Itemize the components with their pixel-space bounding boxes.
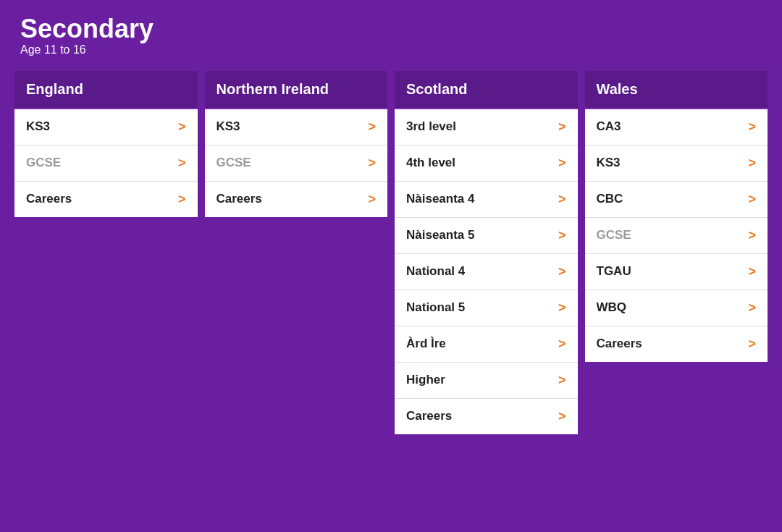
menu-item-wales-2[interactable]: CBC>: [585, 182, 768, 218]
menu-item-label: CBC: [597, 192, 623, 206]
menu-item-label: Careers: [597, 337, 642, 351]
column-header-england: England: [14, 71, 198, 109]
menu-item-arrow: >: [558, 337, 566, 352]
menu-item-label: CA3: [597, 119, 621, 134]
menu-item-scotland-1[interactable]: 4th level>: [395, 145, 578, 182]
menu-item-scotland-8[interactable]: Careers>: [395, 399, 578, 434]
menu-item-label: National 4: [406, 264, 465, 279]
menu-item-arrow: >: [558, 300, 566, 316]
menu-item-wales-1[interactable]: KS3>: [585, 145, 768, 182]
menu-item-england-1[interactable]: GCSE>: [14, 145, 198, 182]
menu-item-arrow: >: [558, 119, 566, 135]
menu-item-arrow: >: [368, 192, 376, 207]
menu-item-arrow: >: [558, 192, 566, 207]
menu-item-scotland-4[interactable]: National 4>: [395, 254, 578, 290]
menu-item-label: Careers: [216, 192, 262, 206]
menu-item-northern-ireland-2[interactable]: Careers>: [205, 182, 388, 217]
menu-item-label: Higher: [406, 373, 445, 387]
menu-item-label: GCSE: [216, 156, 251, 170]
menu-item-england-2[interactable]: Careers>: [14, 182, 198, 217]
menu-item-label: GCSE: [26, 156, 61, 170]
column-header-northern-ireland: Northern Ireland: [205, 71, 388, 109]
menu-item-arrow: >: [748, 119, 756, 135]
menu-item-scotland-5[interactable]: National 5>: [395, 290, 578, 326]
menu-item-arrow: >: [558, 409, 566, 424]
menu-item-label: TGAU: [597, 264, 631, 279]
menu-item-arrow: >: [368, 156, 376, 171]
menu-item-label: KS3: [216, 119, 240, 134]
menu-item-arrow: >: [558, 228, 566, 243]
menu-item-label: 3rd level: [406, 119, 456, 134]
menu-item-scotland-2[interactable]: Nàiseanta 4>: [395, 182, 578, 218]
menu-item-wales-4[interactable]: TGAU>: [585, 254, 768, 290]
menu-item-arrow: >: [748, 156, 756, 171]
menu-item-label: KS3: [26, 119, 50, 134]
menu-item-arrow: >: [748, 300, 756, 316]
column-northern-ireland: Northern IrelandKS3>GCSE>Careers>: [205, 71, 388, 217]
menu-item-england-0[interactable]: KS3>: [14, 109, 198, 145]
menu-item-scotland-7[interactable]: Higher>: [395, 363, 578, 399]
page-subtitle: Age 11 to 16: [20, 43, 768, 56]
menu-item-label: Careers: [406, 409, 452, 423]
menu-item-label: Àrd Ìre: [406, 337, 446, 351]
menu-item-arrow: >: [748, 228, 756, 243]
menu-item-wales-3[interactable]: GCSE>: [585, 218, 768, 254]
menu-item-wales-0[interactable]: CA3>: [585, 109, 768, 145]
page-title: Secondary: [20, 14, 768, 43]
menu-item-arrow: >: [748, 337, 756, 352]
menu-item-arrow: >: [558, 264, 566, 279]
menu-item-label: Nàiseanta 5: [406, 228, 475, 242]
menu-item-label: WBQ: [597, 300, 627, 315]
menu-item-label: Nàiseanta 4: [406, 192, 475, 206]
menu-item-scotland-6[interactable]: Àrd Ìre>: [395, 326, 578, 363]
menu-item-wales-6[interactable]: Careers>: [585, 326, 768, 362]
menu-item-arrow: >: [558, 373, 566, 388]
menu-item-label: National 5: [406, 300, 465, 315]
header: Secondary Age 11 to 16: [14, 14, 768, 56]
menu-item-arrow: >: [558, 156, 566, 171]
menu-item-northern-ireland-0[interactable]: KS3>: [205, 109, 388, 145]
columns-container: EnglandKS3>GCSE>Careers>Northern Ireland…: [14, 71, 768, 434]
column-header-scotland: Scotland: [395, 71, 578, 109]
column-scotland: Scotland3rd level>4th level>Nàiseanta 4>…: [395, 71, 578, 434]
menu-item-northern-ireland-1[interactable]: GCSE>: [205, 145, 388, 182]
column-header-wales: Wales: [585, 71, 768, 109]
menu-item-scotland-3[interactable]: Nàiseanta 5>: [395, 218, 578, 254]
menu-item-arrow: >: [748, 192, 756, 207]
menu-item-arrow: >: [178, 192, 186, 207]
menu-item-arrow: >: [368, 119, 376, 135]
menu-item-label: 4th level: [406, 156, 455, 170]
column-wales: WalesCA3>KS3>CBC>GCSE>TGAU>WBQ>Careers>: [585, 71, 768, 362]
menu-item-label: KS3: [597, 156, 621, 170]
column-england: EnglandKS3>GCSE>Careers>: [14, 71, 198, 217]
menu-item-arrow: >: [178, 156, 186, 171]
menu-item-arrow: >: [178, 119, 186, 135]
menu-item-label: GCSE: [597, 228, 631, 242]
menu-item-wales-5[interactable]: WBQ>: [585, 290, 768, 326]
menu-item-scotland-0[interactable]: 3rd level>: [395, 109, 578, 145]
menu-item-arrow: >: [748, 264, 756, 279]
menu-item-label: Careers: [26, 192, 72, 206]
